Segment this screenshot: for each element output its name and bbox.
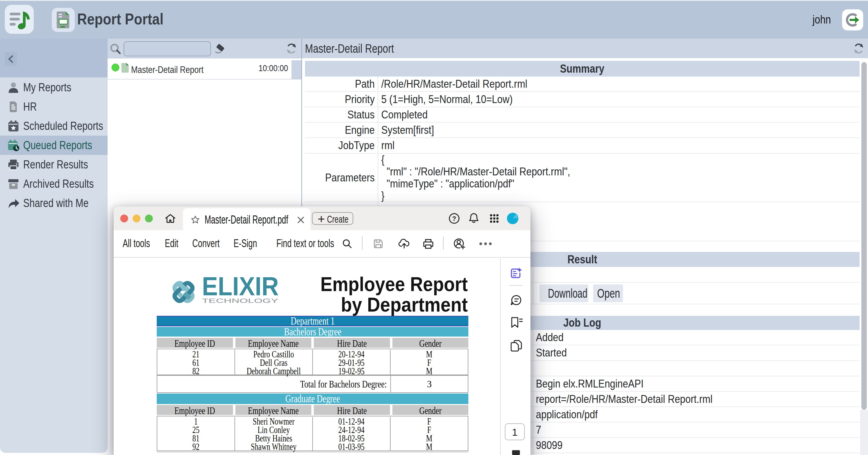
svg-text:?: ? [452,215,456,222]
svg-text:TECHNOLOGY: TECHNOLOGY [202,297,278,304]
svg-text:by Department: by Department [341,293,468,316]
svg-text:Employee Report: Employee Report [320,275,468,295]
